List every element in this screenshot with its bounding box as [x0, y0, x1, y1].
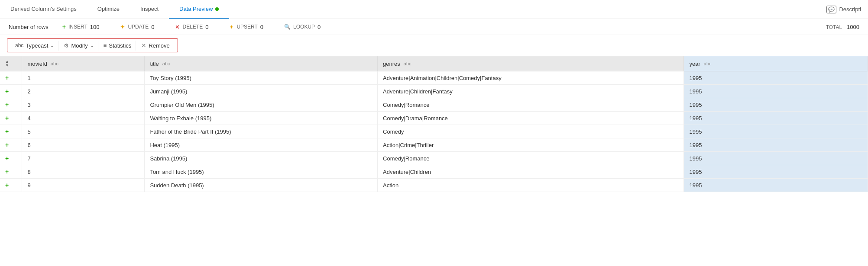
expand-icon[interactable]: + [5, 74, 9, 81]
stats-row: Number of rows + INSERT 100 ✦ UPDATE 0 ✕… [0, 19, 868, 35]
cell-movieid: 1 [22, 71, 145, 85]
cell-title: Tom and Huck (1995) [145, 165, 378, 179]
update-icon: ✦ [120, 23, 125, 30]
cell-year: 1995 [684, 179, 868, 192]
sort-arrows-expand[interactable]: ▲▼ [5, 60, 9, 67]
stat-lookup: 🔍 LOOKUP 0 [284, 24, 321, 30]
row-expand-cell[interactable]: + [0, 71, 22, 85]
number-of-rows-label: Number of rows [9, 24, 49, 30]
remove-button[interactable]: ✕ Remove [137, 40, 174, 51]
table-row: +2Jumanji (1995)Adventure|Children|Fanta… [0, 85, 868, 98]
statistics-button[interactable]: ≡ Statistics [99, 41, 136, 51]
cell-title: Father of the Bride Part II (1995) [145, 125, 378, 138]
stat-update: ✦ UPDATE 0 [120, 23, 154, 30]
table-row: +9Sudden Death (1995)Action1995 [0, 179, 868, 192]
stat-insert: + INSERT 100 [62, 23, 100, 30]
cell-genres: Adventure|Animation|Children|Comedy|Fant… [378, 71, 684, 85]
expand-icon[interactable]: + [5, 182, 9, 189]
tab-optimize[interactable]: Optimize [87, 0, 130, 19]
expand-icon[interactable]: + [5, 141, 9, 148]
cell-genres: Comedy|Drama|Romance [378, 112, 684, 125]
cell-title: Jumanji (1995) [145, 85, 378, 98]
row-expand-cell[interactable]: + [0, 112, 22, 125]
expand-icon[interactable]: + [5, 168, 9, 175]
tab-data-preview[interactable]: Data Preview [169, 0, 229, 19]
insert-icon: + [62, 23, 66, 30]
typecast-icon: abc [15, 42, 23, 48]
cell-movieid: 4 [22, 112, 145, 125]
data-table-wrapper: ▲▼ movieId abc title abc [0, 56, 868, 192]
cell-year: 1995 [684, 138, 868, 152]
cell-year: 1995 [684, 112, 868, 125]
statistics-icon: ≡ [104, 42, 107, 49]
table-row: +1Toy Story (1995)Adventure|Animation|Ch… [0, 71, 868, 85]
cell-genres: Comedy [378, 125, 684, 138]
typecast-button[interactable]: abc Typecast ⌄ [11, 41, 58, 51]
th-movieid: movieId abc [22, 56, 145, 71]
cell-movieid: 3 [22, 98, 145, 112]
cell-title: Sudden Death (1995) [145, 179, 378, 192]
stat-total: TOTAL 1000 [826, 24, 859, 30]
table-header-row: ▲▼ movieId abc title abc [0, 56, 868, 71]
modify-chevron-icon: ⌄ [90, 43, 94, 48]
expand-icon[interactable]: + [5, 155, 9, 162]
tab-inspect[interactable]: Inspect [130, 0, 169, 19]
lookup-icon: 🔍 [284, 24, 291, 30]
cell-year: 1995 [684, 71, 868, 85]
cell-year: 1995 [684, 125, 868, 138]
cell-movieid: 9 [22, 179, 145, 192]
expand-icon[interactable]: + [5, 101, 9, 108]
cell-movieid: 2 [22, 85, 145, 98]
th-expand: ▲▼ [0, 56, 22, 71]
cell-genres: Action [378, 179, 684, 192]
cell-year: 1995 [684, 98, 868, 112]
cell-genres: Adventure|Children [378, 165, 684, 179]
remove-icon: ✕ [141, 42, 146, 49]
toolbar-group: abc Typecast ⌄ ⚙ Modify ⌄ ≡ Statistics ✕… [7, 38, 178, 52]
cell-genres: Comedy|Romance [378, 152, 684, 165]
modify-button[interactable]: ⚙ Modify ⌄ [59, 41, 98, 51]
cell-movieid: 5 [22, 125, 145, 138]
row-expand-cell[interactable]: + [0, 85, 22, 98]
cell-movieid: 8 [22, 165, 145, 179]
upsert-icon: ✦ [229, 24, 234, 30]
cell-title: Toy Story (1995) [145, 71, 378, 85]
cell-title: Heat (1995) [145, 138, 378, 152]
cell-genres: Comedy|Romance [378, 98, 684, 112]
cell-year: 1995 [684, 152, 868, 165]
row-expand-cell[interactable]: + [0, 165, 22, 179]
cell-year: 1995 [684, 165, 868, 179]
expand-icon[interactable]: + [5, 88, 9, 95]
table-row: +5Father of the Bride Part II (1995)Come… [0, 125, 868, 138]
expand-icon[interactable]: + [5, 115, 9, 122]
row-expand-cell[interactable]: + [0, 125, 22, 138]
tab-settings[interactable]: Derived Column's Settings [0, 0, 87, 19]
tab-bar: Derived Column's Settings Optimize Inspe… [0, 0, 868, 19]
table-row: +6Heat (1995)Action|Crime|Thriller1995 [0, 138, 868, 152]
cell-movieid: 6 [22, 138, 145, 152]
chat-icon: 💬 [826, 6, 836, 13]
row-expand-cell[interactable]: + [0, 179, 22, 192]
row-expand-cell[interactable]: + [0, 98, 22, 112]
table-row: +8Tom and Huck (1995)Adventure|Children1… [0, 165, 868, 179]
table-row: +4Waiting to Exhale (1995)Comedy|Drama|R… [0, 112, 868, 125]
cell-genres: Action|Crime|Thriller [378, 138, 684, 152]
cell-title: Sabrina (1995) [145, 152, 378, 165]
table-row: +7Sabrina (1995)Comedy|Romance1995 [0, 152, 868, 165]
row-expand-cell[interactable]: + [0, 138, 22, 152]
tab-right-description[interactable]: 💬 Descripti [826, 6, 868, 13]
expand-icon[interactable]: + [5, 128, 9, 135]
cell-title: Grumpier Old Men (1995) [145, 98, 378, 112]
data-table: ▲▼ movieId abc title abc [0, 56, 868, 192]
cell-genres: Adventure|Children|Fantasy [378, 85, 684, 98]
th-title: title abc [145, 56, 378, 71]
stat-delete: ✕ DELETE 0 [175, 24, 208, 30]
table-row: +3Grumpier Old Men (1995)Comedy|Romance1… [0, 98, 868, 112]
stat-upsert: ✦ UPSERT 0 [229, 24, 263, 30]
cell-title: Waiting to Exhale (1995) [145, 112, 378, 125]
typecast-chevron-icon: ⌄ [50, 43, 54, 48]
th-genres: genres abc [378, 56, 684, 71]
toolbar-row: abc Typecast ⌄ ⚙ Modify ⌄ ≡ Statistics ✕… [0, 35, 868, 56]
th-year: year abc [684, 56, 868, 71]
row-expand-cell[interactable]: + [0, 152, 22, 165]
